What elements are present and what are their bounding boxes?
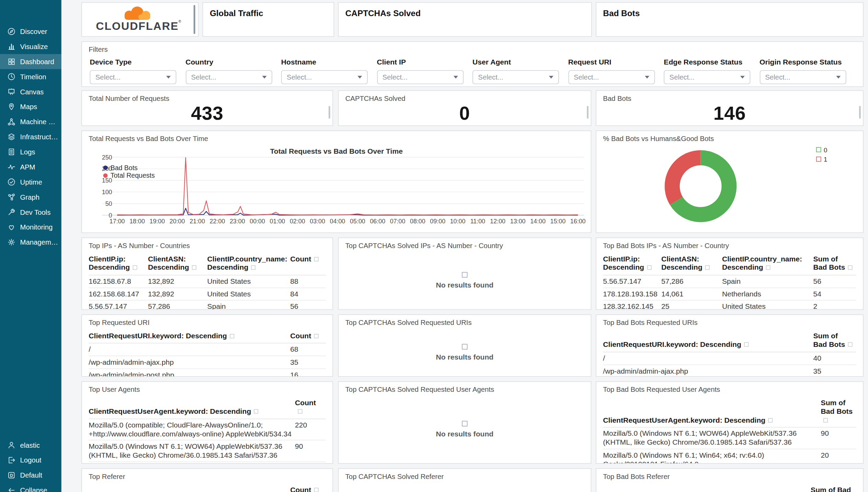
sidebar-item-dashboard[interactable]: Dashboard bbox=[0, 54, 61, 69]
sidebar-item-uptime[interactable]: Uptime bbox=[0, 175, 61, 190]
chevron-down-icon bbox=[836, 76, 841, 79]
sort-icon[interactable] bbox=[254, 409, 258, 414]
select-value: Select... bbox=[670, 73, 695, 81]
sort-icon[interactable] bbox=[824, 418, 828, 422]
svg-text:04:00: 04:00 bbox=[330, 218, 345, 225]
panel-top-requested-uri: Top Requested URI ClientRequestURI.keywo… bbox=[81, 314, 333, 377]
sort-icon[interactable] bbox=[133, 266, 137, 270]
column-header-label: ClientRequestURI.keyword: Descending bbox=[89, 332, 227, 340]
filter-origin-response-status-select[interactable]: Select... bbox=[760, 70, 846, 84]
column-header[interactable]: ClientRequestURI.keyword: Descending bbox=[603, 329, 813, 352]
sidebar-item-canvas[interactable]: Canvas bbox=[0, 84, 61, 99]
sidebar-item-label: Canvas bbox=[20, 88, 44, 96]
filter-device-type-select[interactable]: Select... bbox=[90, 70, 176, 84]
registered-mark: ® bbox=[178, 19, 181, 23]
panel-title: CAPTCHAs Solved bbox=[339, 91, 591, 103]
sort-icon[interactable] bbox=[705, 266, 710, 270]
column-header[interactable]: Sum of Bad Bots bbox=[813, 329, 856, 352]
table-row: 128.32.162.14525United States2 bbox=[603, 300, 856, 310]
column-header[interactable]: Sum of Bad Bots bbox=[811, 483, 856, 492]
sidebar-item-apm[interactable]: APM bbox=[0, 160, 61, 175]
legend-item-bad-bots[interactable]: Bad Bots bbox=[103, 164, 155, 171]
sort-icon[interactable] bbox=[230, 334, 234, 338]
column-header[interactable]: ClientIP.country_name: Descending bbox=[722, 252, 813, 275]
scrollbar[interactable] bbox=[859, 106, 861, 119]
sort-icon[interactable] bbox=[251, 266, 255, 270]
column-header[interactable]: ClientRequestURI.keyword: Descending bbox=[89, 329, 290, 343]
sort-icon[interactable] bbox=[848, 266, 852, 270]
column-header[interactable]: Sum of Bad Bots bbox=[813, 252, 856, 275]
scrollbar[interactable] bbox=[587, 106, 589, 119]
sidebar-item-management[interactable]: Management bbox=[0, 235, 61, 250]
svg-text:17:00: 17:00 bbox=[110, 218, 125, 225]
column-header[interactable]: Count bbox=[290, 483, 326, 492]
table-cell: 178.128.193.158 bbox=[603, 288, 661, 300]
column-header[interactable]: ClientRequestUserAgent.keyword: Descendi… bbox=[89, 396, 295, 419]
filter-edge-response-status-select[interactable]: Select... bbox=[664, 70, 750, 84]
column-header[interactable]: Count bbox=[290, 252, 326, 275]
legend-item-total-requests[interactable]: Total Requests bbox=[103, 172, 155, 179]
top-ips-table: ClientIP.ip: DescendingClientASN: Descen… bbox=[89, 252, 326, 310]
sidebar-item-maps[interactable]: Maps bbox=[0, 99, 61, 114]
sidebar-item-dev-tools[interactable]: Dev Tools bbox=[0, 204, 61, 220]
table-cell: 25 bbox=[661, 300, 722, 310]
scrollbar[interactable] bbox=[194, 5, 195, 34]
filter-request-uri-select[interactable]: Select... bbox=[568, 70, 655, 84]
sort-icon[interactable] bbox=[314, 334, 318, 338]
column-header[interactable]: ClientIP.ip: Descending bbox=[89, 252, 148, 275]
machine-learning-icon bbox=[7, 118, 15, 126]
sort-icon[interactable] bbox=[766, 266, 770, 270]
filter-user-agent-select[interactable]: Select... bbox=[472, 70, 559, 84]
panel-title: Top CAPTCHAs Solved Requested User Agent… bbox=[339, 382, 591, 394]
sort-icon[interactable] bbox=[192, 266, 196, 270]
sidebar-item-timelion[interactable]: Timelion bbox=[0, 69, 61, 84]
panel-filters: Filters Device TypeSelect...CountrySelec… bbox=[81, 41, 864, 87]
legend-marker bbox=[816, 157, 821, 162]
table-cell: 35 bbox=[290, 356, 326, 369]
column-header-label: Count bbox=[290, 332, 311, 340]
infrastructure-icon bbox=[7, 133, 15, 141]
legend-marker bbox=[103, 165, 108, 170]
column-header[interactable]: ClientASN: Descending bbox=[148, 252, 207, 275]
panel-top-captcha-referer: Top CAPTCHAs Solved Referer bbox=[338, 468, 592, 492]
svg-text:19:00: 19:00 bbox=[149, 218, 165, 225]
table-row: 5.56.57.14757,286Spain56 bbox=[89, 300, 326, 310]
table-row: /wp-admin/admin-ajax.php35 bbox=[89, 356, 326, 369]
sidebar-item-default[interactable]: DDefault bbox=[0, 468, 61, 483]
sidebar-item-monitoring[interactable]: Monitoring bbox=[0, 220, 61, 235]
sidebar-item-machine-le[interactable]: Machine Le… bbox=[0, 114, 61, 129]
column-header[interactable]: Sum of Bad Bots bbox=[821, 396, 856, 427]
filter-client-ip-select[interactable]: Select... bbox=[377, 70, 463, 84]
legend-item-0[interactable]: 0 bbox=[816, 146, 827, 153]
column-header[interactable]: Count bbox=[290, 329, 326, 343]
sidebar-item-discover[interactable]: Discover bbox=[0, 24, 61, 39]
svg-text:09:00: 09:00 bbox=[430, 218, 445, 225]
column-header[interactable]: ClientIP.ip: Descending bbox=[603, 252, 661, 275]
sort-icon[interactable] bbox=[314, 488, 318, 492]
sort-icon[interactable] bbox=[298, 409, 302, 414]
sort-icon[interactable] bbox=[744, 342, 749, 347]
sidebar-item-elastic[interactable]: elastic bbox=[0, 437, 61, 453]
sidebar-item-logs[interactable]: Logs bbox=[0, 144, 61, 160]
sort-icon[interactable] bbox=[314, 257, 318, 261]
sidebar-item-infrastructure[interactable]: Infrastructure bbox=[0, 129, 61, 144]
column-header[interactable]: ClientIP.country_name: Descending bbox=[207, 252, 290, 275]
sidebar-item-visualize[interactable]: Visualize bbox=[0, 39, 61, 54]
filter-hostname-select[interactable]: Select... bbox=[281, 70, 368, 84]
sidebar-item-collapse[interactable]: Collapse bbox=[0, 483, 61, 492]
table-cell: 56 bbox=[813, 275, 856, 288]
legend-item-1[interactable]: 1 bbox=[816, 155, 827, 163]
table-cell: /wp-admin/admin-ajax.php bbox=[89, 356, 290, 369]
svg-text:23:00: 23:00 bbox=[230, 218, 245, 225]
sort-icon[interactable] bbox=[768, 418, 773, 422]
filter-country-select[interactable]: Select... bbox=[185, 70, 272, 84]
filter-label: Edge Response Status bbox=[664, 58, 752, 66]
sort-icon[interactable] bbox=[848, 342, 852, 347]
scrollbar[interactable] bbox=[329, 106, 330, 119]
sidebar-item-logout[interactable]: Logout bbox=[0, 453, 61, 468]
sidebar-item-graph[interactable]: Graph bbox=[0, 189, 61, 204]
column-header[interactable]: ClientRequestUserAgent.keyword: Descendi… bbox=[603, 396, 821, 427]
column-header[interactable]: Count bbox=[295, 396, 326, 419]
sort-icon[interactable] bbox=[647, 266, 651, 270]
column-header[interactable]: ClientASN: Descending bbox=[661, 252, 722, 275]
